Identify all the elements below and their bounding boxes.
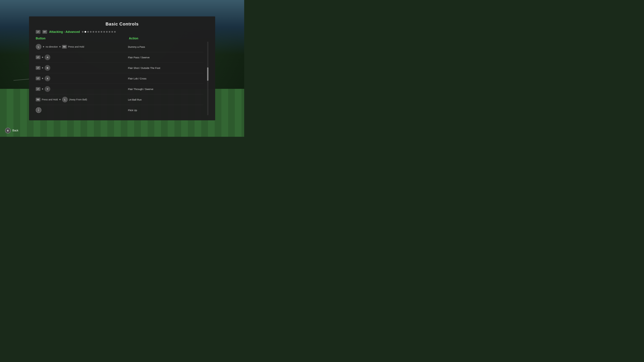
plus-7: + <box>59 98 61 101</box>
content-area: L + no direction + RB Press and Hold Dum… <box>36 41 208 115</box>
columns-header: Button Action <box>36 37 208 40</box>
dot-2[interactable] <box>84 31 86 33</box>
dot-13[interactable] <box>114 31 116 33</box>
rs-button: ▼ R <box>36 107 42 113</box>
press-hold-1: Press and Hold <box>68 45 84 48</box>
back-button[interactable]: B Back <box>5 128 18 133</box>
lt-badge-5: LT <box>36 87 40 91</box>
control-row-2: LT + A Flair Pass / Swerve <box>36 52 204 63</box>
action-col-7: Flick Up <box>128 109 204 112</box>
section-title: Attacking - Advanced <box>49 30 80 34</box>
action-col-6: Let Ball Run <box>128 98 204 101</box>
plus-3: + <box>42 56 43 59</box>
l-button-1: L <box>36 44 42 50</box>
button-column-header: Button <box>36 37 129 40</box>
press-hold-2: Press and Hold <box>42 98 58 101</box>
page-dots <box>82 31 116 33</box>
control-row-6: RB Press and Hold + L (Away From Ball) L… <box>36 94 204 105</box>
action-col-5: Flair Through / Swerve <box>128 88 204 90</box>
dot-1[interactable] <box>82 31 84 33</box>
dot-9[interactable] <box>103 31 105 33</box>
scrollbar-thumb[interactable] <box>207 67 208 81</box>
x-button: X <box>44 76 50 81</box>
dot-10[interactable] <box>106 31 108 33</box>
button-col-4: LT + X <box>36 76 128 81</box>
lt-badge-3: LT <box>36 66 40 70</box>
control-row-3: LT + B Flair Shot / Outside The Foot <box>36 63 204 73</box>
dot-3[interactable] <box>87 31 89 33</box>
button-col-5: LT + Y <box>36 86 128 92</box>
back-label: Back <box>12 129 18 132</box>
dot-6[interactable] <box>95 31 97 33</box>
rb-badge-2: RB <box>36 98 40 101</box>
header-row: LT RT Attacking - Advanced <box>36 30 208 34</box>
action-col-3: Flair Shot / Outside The Foot <box>128 66 204 69</box>
scrollbar[interactable] <box>207 41 208 115</box>
control-row-5: LT + Y Flair Through / Swerve <box>36 84 204 94</box>
plus-2: + <box>59 45 61 48</box>
y-button: Y <box>44 86 50 92</box>
away-from-ball-text: (Away From Ball) <box>69 98 87 101</box>
plus-5: + <box>42 77 43 80</box>
control-row-1: L + no direction + RB Press and Hold Dum… <box>36 41 204 52</box>
dot-7[interactable] <box>98 31 100 33</box>
dot-5[interactable] <box>92 31 94 33</box>
action-col-1: Dummy a Pass <box>128 45 204 48</box>
no-direction-text: no direction <box>46 45 58 48</box>
button-col-2: LT + A <box>36 54 128 60</box>
b-button: B <box>44 65 50 71</box>
dot-4[interactable] <box>90 31 92 33</box>
control-row-4: LT + X Flair Lob / Cross <box>36 73 204 84</box>
modal-overlay: Basic Controls LT RT Attacking - Advance… <box>0 0 244 137</box>
action-col-4: Flair Lob / Cross <box>128 77 204 80</box>
rb-badge-1: RB <box>62 45 67 49</box>
lt-badge-2: LT <box>36 55 40 59</box>
button-col-6: RB Press and Hold + L (Away From Ball) <box>36 97 128 102</box>
controls-modal: Basic Controls LT RT Attacking - Advance… <box>29 16 215 120</box>
lt-badge[interactable]: LT <box>36 30 40 34</box>
dot-12[interactable] <box>111 31 113 33</box>
button-col-3: LT + B <box>36 65 128 71</box>
action-column-header: Action <box>129 37 205 40</box>
rt-badge[interactable]: RT <box>42 30 47 34</box>
plus-6: + <box>42 87 43 90</box>
control-row-7: ▼ R Flick Up <box>36 105 204 115</box>
rows-container: L + no direction + RB Press and Hold Dum… <box>36 41 208 115</box>
lt-badge-4: LT <box>36 77 40 80</box>
l-button-2: L <box>62 97 68 102</box>
button-col-1: L + no direction + RB Press and Hold <box>36 44 128 50</box>
a-button: A <box>44 54 50 60</box>
page-title: Basic Controls <box>36 21 208 27</box>
action-col-2: Flair Pass / Swerve <box>128 56 204 59</box>
plus-4: + <box>42 66 43 69</box>
dot-8[interactable] <box>100 31 102 33</box>
dot-11[interactable] <box>109 31 110 33</box>
plus-1: + <box>43 45 44 48</box>
b-back-icon: B <box>5 128 11 133</box>
button-col-7: ▼ R <box>36 107 128 113</box>
